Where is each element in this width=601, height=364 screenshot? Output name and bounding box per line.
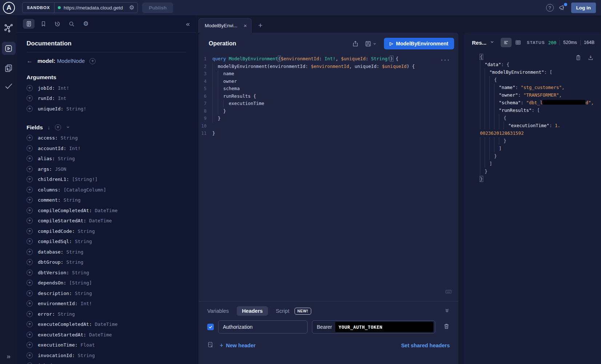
field-item[interactable]: comment:String — [27, 195, 186, 206]
chevron-down-icon[interactable] — [66, 124, 70, 131]
new-tab-icon[interactable]: + — [258, 21, 263, 33]
add-field-icon[interactable] — [27, 300, 33, 307]
bookmarks-icon[interactable] — [38, 19, 49, 29]
schema-graph-icon[interactable] — [4, 23, 13, 33]
endpoint-url-input[interactable] — [64, 5, 126, 11]
field-item[interactable]: jobId:Int! — [27, 361, 186, 364]
expand-rail-icon[interactable]: » — [7, 352, 11, 360]
delete-header-icon[interactable] — [443, 323, 450, 331]
add-field-icon[interactable] — [27, 95, 33, 101]
add-field-icon[interactable] — [27, 106, 33, 112]
operation-tab[interactable]: ModelByEnvi... × — [199, 18, 252, 33]
add-field-icon[interactable] — [27, 311, 33, 317]
add-field-icon[interactable] — [27, 85, 33, 91]
tab-script[interactable]: Script — [276, 308, 289, 314]
field-item[interactable]: runId:Int — [27, 93, 186, 104]
field-item[interactable]: executeCompletedAt:DateTime — [27, 319, 186, 330]
login-button[interactable]: Log in — [571, 3, 596, 13]
publish-button[interactable]: Publish — [142, 3, 173, 13]
table-view-toggle[interactable] — [515, 39, 521, 46]
breadcrumb-type[interactable]: ModelNode — [57, 58, 85, 64]
field-item[interactable]: database:String — [27, 247, 186, 257]
field-item[interactable]: dbtVersion:String — [27, 267, 186, 278]
field-item[interactable]: compiledSql:String — [27, 236, 186, 247]
back-arrow-icon[interactable]: ← — [27, 57, 33, 65]
checklist-icon[interactable] — [4, 81, 13, 91]
new-header-button[interactable]: + New header — [220, 342, 256, 349]
history-icon[interactable] — [52, 19, 63, 29]
response-dropdown[interactable]: Res... — [472, 40, 486, 46]
add-field-icon[interactable] — [27, 228, 33, 234]
field-item[interactable]: access:String — [27, 133, 186, 143]
add-field-icon[interactable] — [27, 155, 33, 162]
add-all-fields-icon[interactable] — [89, 58, 96, 64]
share-icon[interactable] — [352, 40, 359, 47]
field-item[interactable]: executeStartedAt:DateTime — [27, 329, 186, 340]
add-field-icon[interactable] — [27, 207, 33, 214]
field-item[interactable]: childrenL1:[String!] — [27, 174, 186, 185]
field-item[interactable]: description:String — [27, 288, 186, 299]
field-item[interactable]: compileCompletedAt:DateTime — [27, 205, 186, 216]
header-key-input[interactable] — [218, 320, 308, 333]
header-enabled-checkbox[interactable] — [207, 324, 214, 330]
add-field-icon[interactable] — [27, 197, 33, 203]
add-field-icon[interactable] — [27, 290, 33, 296]
add-field-icon[interactable] — [27, 321, 33, 327]
add-field-icon[interactable] — [27, 259, 33, 265]
close-tab-icon[interactable]: × — [244, 23, 247, 29]
announcements-icon[interactable] — [558, 4, 567, 12]
header-value-input[interactable]: Bearer YOUR_AUTH_TOKEN — [312, 320, 435, 333]
graphql-editor[interactable]: 1query ModelByEnvironment($environmentId… — [199, 52, 458, 301]
explorer-nav-active[interactable] — [2, 42, 16, 55]
download-response-icon[interactable] — [588, 54, 594, 62]
search-icon[interactable] — [66, 19, 77, 29]
save-icon[interactable] — [365, 40, 377, 47]
sort-icon[interactable]: ↓ — [48, 125, 50, 130]
settings-icon[interactable]: ⚙ — [80, 19, 91, 29]
add-field-icon[interactable] — [27, 218, 33, 224]
field-item[interactable]: executionTime:Float — [27, 340, 186, 351]
add-field-icon[interactable] — [27, 270, 33, 276]
field-item[interactable]: dependsOn:[String] — [27, 278, 186, 288]
add-field-icon[interactable] — [27, 249, 33, 255]
collapse-docs-icon[interactable]: « — [186, 20, 190, 28]
response-chevron-icon[interactable] — [490, 39, 494, 46]
tab-variables[interactable]: Variables — [207, 308, 229, 314]
add-field-icon[interactable] — [27, 352, 33, 359]
field-item[interactable]: compiledCode:String — [27, 226, 186, 236]
field-item[interactable]: compileStartedAt:DateTime — [27, 216, 186, 226]
auth-token-value[interactable]: YOUR_AUTH_TOKEN — [335, 322, 433, 332]
add-fields-icon[interactable] — [55, 124, 61, 130]
add-field-icon[interactable] — [27, 135, 33, 141]
add-field-icon[interactable] — [27, 187, 33, 193]
add-field-icon[interactable] — [27, 176, 33, 182]
add-field-icon[interactable] — [27, 238, 33, 244]
add-field-icon[interactable] — [27, 332, 33, 338]
docs-tab-icon[interactable] — [23, 19, 35, 29]
add-field-icon[interactable] — [27, 166, 33, 172]
raw-view-toggle[interactable] — [501, 38, 512, 47]
field-item[interactable]: error:String — [27, 309, 186, 319]
keyboard-shortcuts-icon[interactable] — [445, 288, 452, 296]
code-file-icon[interactable] — [207, 341, 214, 349]
collapse-section-icon[interactable] — [444, 308, 450, 315]
add-field-icon[interactable] — [27, 145, 33, 151]
copy-response-icon[interactable] — [575, 54, 581, 62]
add-field-icon[interactable] — [27, 363, 33, 364]
field-item[interactable]: dbtGroup:String — [27, 257, 186, 268]
add-field-icon[interactable] — [27, 280, 33, 286]
set-shared-headers-link[interactable]: Set shared headers — [401, 343, 450, 348]
field-item[interactable]: columns:[CatalogColumn] — [27, 185, 186, 195]
help-icon[interactable]: ? — [546, 4, 554, 12]
field-item[interactable]: environmentId:Int! — [27, 299, 186, 309]
field-item[interactable]: uniqueId:String! — [27, 104, 186, 114]
add-field-icon[interactable] — [27, 342, 33, 348]
field-item[interactable]: args:JSON — [27, 164, 186, 174]
endpoint-settings-icon[interactable]: ⚙ — [129, 5, 134, 11]
operation-more-icon[interactable]: ••• — [441, 58, 450, 62]
run-operation-button[interactable]: ▷ ModelByEnvironment — [384, 38, 454, 49]
field-item[interactable]: alias:String — [27, 154, 186, 164]
field-item[interactable]: accountId:Int! — [27, 143, 186, 154]
field-item[interactable]: jobId:Int! — [27, 83, 186, 93]
field-item[interactable]: invocationId:String — [27, 350, 186, 361]
